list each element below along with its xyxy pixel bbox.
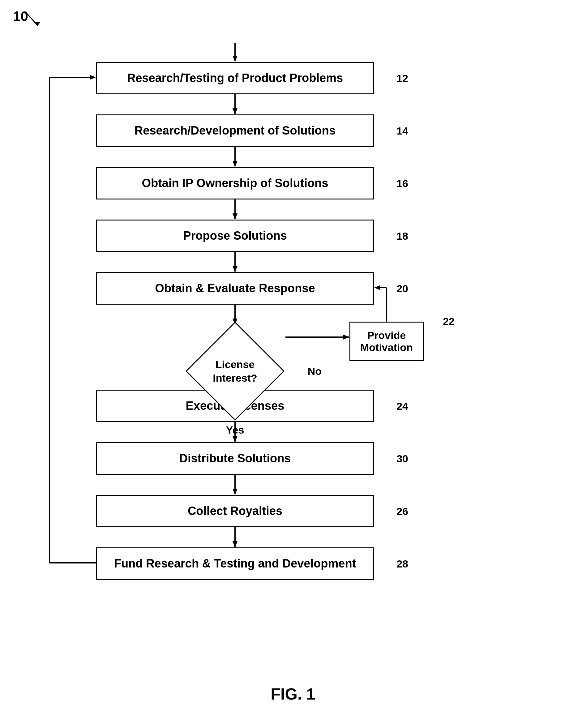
box-obtain-evaluate: Obtain & Evaluate Response 20 bbox=[96, 272, 374, 305]
ref-18: 18 bbox=[396, 230, 408, 242]
ref-20: 20 bbox=[396, 282, 408, 294]
box-research-development: Research/Development of Solutions 14 bbox=[96, 114, 374, 147]
ref-12: 12 bbox=[396, 72, 408, 84]
ref-22: 22 bbox=[443, 315, 455, 328]
flowchart-wrapper: Research/Testing of Product Problems 12 … bbox=[25, 25, 520, 674]
ref-28: 28 bbox=[396, 557, 408, 570]
svg-marker-19 bbox=[233, 489, 238, 495]
svg-marker-9 bbox=[233, 213, 238, 219]
top-label: 10 bbox=[13, 9, 28, 24]
box28-label: Fund Research & Testing and Development bbox=[96, 547, 374, 580]
box26-label: Collect Royalties bbox=[96, 495, 374, 527]
box18-label: Propose Solutions bbox=[96, 219, 374, 252]
box30-label: Distribute Solutions bbox=[96, 442, 374, 475]
svg-marker-21 bbox=[233, 541, 238, 547]
ref-24: 24 bbox=[396, 400, 408, 412]
svg-marker-30 bbox=[374, 285, 380, 290]
box12-label: Research/Testing of Product Problems bbox=[96, 62, 374, 94]
yes-label: Yes bbox=[226, 424, 244, 436]
ref-30: 30 bbox=[396, 452, 408, 465]
diamond-license-interest: License Interest? Yes No bbox=[186, 322, 285, 421]
box-research-testing: Research/Testing of Product Problems 12 bbox=[96, 62, 374, 94]
diamond-line1: License bbox=[216, 359, 255, 370]
svg-marker-25 bbox=[90, 75, 96, 80]
svg-marker-11 bbox=[233, 266, 238, 272]
ref-16: 16 bbox=[396, 177, 408, 189]
box20-label: Obtain & Evaluate Response bbox=[96, 272, 374, 305]
svg-marker-3 bbox=[233, 56, 238, 62]
box-obtain-ip: Obtain IP Ownership of Solutions 16 bbox=[96, 167, 374, 200]
box-fund-research: Fund Research & Testing and Development … bbox=[96, 547, 374, 580]
box-propose-solutions: Propose Solutions 18 bbox=[96, 219, 374, 252]
figure-label: FIG. 1 bbox=[271, 685, 315, 703]
box16-label: Obtain IP Ownership of Solutions bbox=[96, 167, 374, 200]
svg-marker-27 bbox=[343, 335, 349, 340]
box-collect-royalties: Collect Royalties 26 bbox=[96, 495, 374, 527]
diamond-line2: Interest? bbox=[213, 372, 257, 384]
svg-marker-7 bbox=[233, 161, 238, 167]
ref-26: 26 bbox=[396, 505, 408, 517]
ref-14: 14 bbox=[396, 125, 408, 137]
box-distribute-solutions: Distribute Solutions 30 bbox=[96, 442, 374, 475]
no-label: No bbox=[308, 365, 322, 377]
box-provide-motivation: Provide Motivation 22 bbox=[349, 322, 424, 361]
motivation-label: Provide Motivation bbox=[349, 322, 424, 361]
svg-marker-17 bbox=[233, 436, 238, 442]
svg-marker-5 bbox=[233, 108, 238, 114]
box14-label: Research/Development of Solutions bbox=[96, 114, 374, 147]
